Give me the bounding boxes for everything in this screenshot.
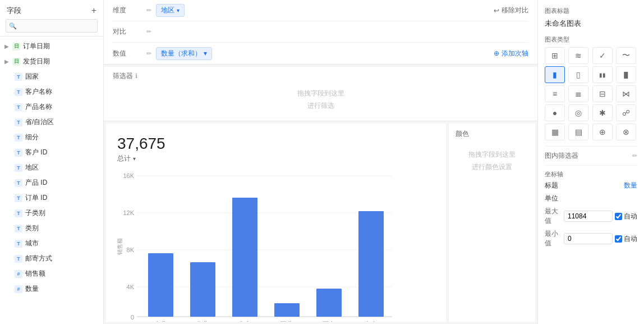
svg-text:中南: 中南	[365, 321, 377, 322]
axis-min-label: 最小值	[545, 229, 562, 248]
svg-text:销售额: 销售额	[117, 238, 123, 255]
remove-compare-button[interactable]: ↩ 移除对比	[494, 6, 528, 15]
chart-type-geo[interactable]: ☍	[616, 104, 636, 121]
chart-total-label-text: 总计	[117, 154, 131, 163]
chart-and-color: 37,675 总计 ▾ 16K 12K 8K 4K 0 销售额	[104, 121, 537, 324]
chart-type-scatter[interactable]: ✱	[592, 104, 613, 121]
axis-min-auto-checkbox[interactable]	[615, 235, 622, 243]
chart-type-bar-h[interactable]: ▯	[568, 66, 588, 83]
sidebar-item-region[interactable]: T 地区	[0, 160, 103, 175]
chart-type-donut[interactable]: ◎	[568, 104, 588, 121]
chart-type-pie[interactable]: ●	[545, 104, 565, 121]
dimension-row: 维度 ✏ 地区 ▾ ↩ 移除对比	[113, 0, 528, 21]
sidebar-item-label: 订单 ID	[25, 193, 47, 203]
sidebar-item-customer-name[interactable]: T 客户名称	[0, 84, 103, 99]
sidebar-item-ship-date[interactable]: ▶ 日 发货日期	[0, 54, 103, 69]
type-icon: T	[15, 134, 22, 142]
dimension-edit-icon[interactable]: ✏	[146, 7, 151, 14]
filter-info-icon[interactable]: ℹ	[135, 72, 137, 80]
chart-type-line-check[interactable]: ✓	[592, 47, 613, 64]
type-icon: T	[15, 209, 22, 217]
axis-max-label: 最大值	[545, 207, 562, 226]
sidebar-item-country[interactable]: T 国家	[0, 69, 103, 84]
remove-icon: ↩	[494, 7, 499, 15]
spacer	[6, 119, 12, 126]
chart-total-label: 总计 ▾	[117, 154, 435, 163]
color-drop-zone: 拖拽字段到这里 进行颜色设置	[456, 143, 528, 179]
chart-type-bar-stack-h[interactable]: ▐▌	[616, 66, 636, 83]
sidebar-item-product-name[interactable]: T 产品名称	[0, 99, 103, 115]
sidebar-divider	[0, 36, 103, 36]
chart-type-bar[interactable]: ▮	[545, 66, 565, 83]
type-icon: T	[15, 103, 22, 111]
spacer	[6, 104, 12, 111]
sidebar-item-label: 销售额	[25, 269, 45, 279]
chart-types-grid: ⊞ ≋ ✓ 〜 ▮ ▯ ▮▮ ▐▌ ≡ ≣ ⊟ ⋈ ● ◎ ✱ ☍ ▦ ▤ ⊕ …	[545, 47, 637, 140]
bar-xinan	[316, 289, 342, 317]
sidebar: 字段 + 🔍 ▶ 日 订单日期 ▶ 日 发货日期 T 国家 T 客户名称	[0, 0, 104, 324]
measure-edit-icon[interactable]: ✏	[146, 50, 151, 57]
chart-type-combo[interactable]: ⋈	[616, 85, 636, 102]
bar-zhongnan	[358, 211, 384, 317]
filter-drop-zone: 拖拽字段到这里 进行筛选	[113, 83, 528, 116]
axis-max-auto-label: 自动	[615, 212, 637, 221]
type-icon: 日	[12, 58, 20, 66]
chart-type-treemap[interactable]: ▤	[568, 124, 588, 140]
filter-hint-line2: 进行筛选	[113, 100, 528, 112]
measure-tag[interactable]: 数量（求和） ▾	[156, 47, 212, 60]
chevron-right-icon: ▶	[3, 43, 10, 50]
chart-summary: 37,675 总计 ▾	[117, 135, 435, 163]
svg-text:12K: 12K	[123, 209, 134, 216]
sidebar-search-input[interactable]	[6, 19, 98, 33]
axis-max-auto-checkbox[interactable]	[615, 213, 622, 220]
sidebar-item-city[interactable]: T 城市	[0, 236, 103, 251]
svg-text:16K: 16K	[123, 172, 134, 179]
chart-type-area2[interactable]: ≣	[568, 85, 588, 102]
axis-max-input[interactable]	[564, 211, 613, 222]
sidebar-item-subcategory[interactable]: T 子类别	[0, 206, 103, 221]
chart-type-table[interactable]: ⊞	[545, 47, 565, 64]
compare-row: 对比 ✏	[113, 21, 528, 43]
sidebar-item-order-id[interactable]: T 订单 ID	[0, 190, 103, 206]
sidebar-item-sales[interactable]: # 销售额	[0, 266, 103, 281]
type-icon: T	[15, 255, 22, 263]
svg-text:8K: 8K	[127, 247, 135, 253]
color-hint-line1: 拖拽字段到这里	[456, 149, 528, 161]
spacer	[6, 134, 12, 141]
axis-min-auto-label: 自动	[615, 234, 637, 244]
sidebar-item-label: 客户名称	[25, 87, 52, 97]
chart-type-bar-stack[interactable]: ▮▮	[592, 66, 613, 83]
sidebar-item-ship-mode[interactable]: T 邮寄方式	[0, 251, 103, 266]
spacer	[6, 225, 12, 232]
sidebar-header: 字段 +	[0, 0, 103, 19]
sidebar-item-product-id[interactable]: T 产品 ID	[0, 175, 103, 190]
sidebar-item-order-date[interactable]: ▶ 日 订单日期	[0, 39, 103, 54]
sidebar-item-quantity[interactable]: # 数量	[0, 281, 103, 296]
dimension-tag[interactable]: 地区 ▾	[156, 4, 185, 17]
sidebar-item-label: 子类别	[25, 208, 45, 218]
chart-type-gauge[interactable]: ⊗	[616, 124, 636, 140]
compare-edit-icon[interactable]: ✏	[146, 28, 151, 35]
chart-type-funnel[interactable]: ⊕	[592, 124, 613, 140]
divider	[545, 165, 637, 166]
spacer	[6, 149, 12, 156]
sidebar-item-category[interactable]: T 类别	[0, 221, 103, 236]
type-icon: T	[15, 240, 22, 248]
chart-type-waterfall[interactable]: ⊟	[592, 85, 613, 102]
divider	[545, 146, 637, 147]
sidebar-item-label: 细分	[25, 133, 39, 142]
sidebar-item-province[interactable]: T 省/自治区	[0, 115, 103, 130]
axis-min-input[interactable]	[564, 233, 613, 244]
chart-type-heatmap[interactable]: ▦	[545, 124, 565, 140]
add-axis-button[interactable]: ⊕ 添加次轴	[494, 49, 528, 58]
sidebar-item-customer-id[interactable]: T 客户 ID	[0, 145, 103, 160]
sidebar-item-segment[interactable]: T 细分	[0, 130, 103, 145]
sidebar-add-button[interactable]: +	[91, 6, 96, 15]
chart-type-area[interactable]: ≡	[545, 85, 565, 102]
chart-type-pivot[interactable]: ≋	[568, 47, 588, 64]
filter-edit-icon[interactable]: ✏	[632, 152, 637, 159]
axis-title-label: 标题	[545, 181, 558, 190]
compare-label: 对比	[113, 27, 141, 36]
chart-type-line[interactable]: 〜	[616, 47, 636, 64]
axis-section-label: 坐标轴	[545, 170, 637, 179]
